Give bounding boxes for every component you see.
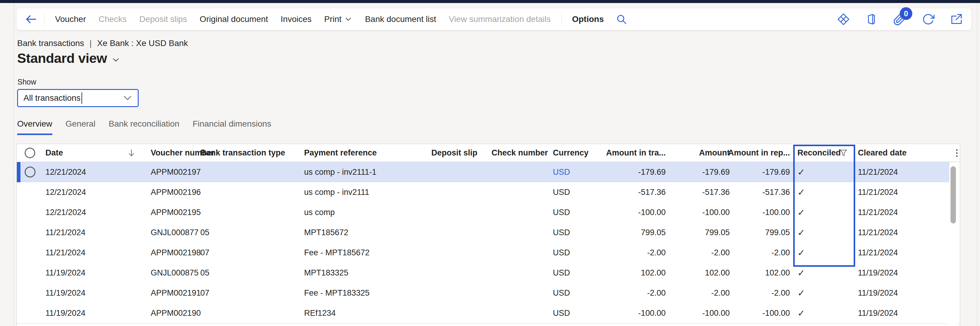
toolbar-button[interactable]: Invoices [274, 14, 318, 24]
column-header-amount-in-reporting[interactable]: Amount in rep... [736, 144, 790, 162]
cell-date[interactable]: 12/21/2024 [45, 202, 121, 223]
cell-cleared-date[interactable]: 11/21/2024 [858, 223, 933, 243]
cell-cleared-date[interactable]: 11/19/2024 [858, 303, 933, 323]
cell-payment-reference[interactable]: us comp - inv2111 [304, 182, 428, 202]
cell-deposit-slip[interactable] [431, 223, 487, 243]
cell-cleared-date[interactable]: 11/19/2024 [858, 263, 933, 283]
cell-amount-in-transaction[interactable]: -100.00 [593, 202, 666, 223]
cell-amount[interactable]: 799.05 [676, 223, 730, 243]
cell-payment-reference[interactable]: MPT183325 [304, 263, 428, 283]
cell-amount[interactable]: -179.69 [676, 162, 730, 182]
row-select-radio[interactable] [25, 167, 35, 177]
toolbar-button[interactable]: Voucher [49, 14, 92, 24]
column-header-date[interactable]: Date [45, 144, 121, 162]
cell-check-number[interactable] [492, 283, 552, 303]
cell-check-number[interactable] [492, 182, 552, 202]
column-header-reconciled[interactable]: Reconciled [797, 144, 837, 162]
cell-reconciled[interactable]: ✓ [797, 263, 837, 283]
cell-check-number[interactable] [492, 243, 552, 263]
table-row[interactable]: 11/19/2024 APPM002191 07 Fee - MPT183325… [17, 283, 951, 303]
column-header-amount[interactable]: Amount [676, 144, 730, 162]
cell-reconciled[interactable]: ✓ [797, 202, 837, 223]
cell-reconciled[interactable]: ✓ [797, 162, 837, 182]
cell-bank-transaction-type[interactable]: 07 [200, 243, 300, 263]
cell-cleared-date[interactable]: 11/21/2024 [858, 182, 933, 202]
search-button[interactable] [616, 13, 627, 25]
cell-check-number[interactable] [492, 223, 552, 243]
cell-amount-in-reporting[interactable]: -100.00 [736, 303, 790, 323]
cell-payment-reference[interactable]: us comp [304, 202, 428, 223]
cell-reconciled[interactable]: ✓ [797, 303, 837, 323]
cell-bank-transaction-type[interactable]: 05 [200, 223, 300, 243]
cell-cleared-date[interactable]: 11/19/2024 [858, 283, 933, 303]
cell-reconciled[interactable]: ✓ [797, 182, 837, 202]
cell-date[interactable]: 12/21/2024 [45, 162, 121, 182]
breadcrumb-record-link[interactable]: Xe Bank : Xe USD Bank [97, 38, 188, 48]
cell-reconciled[interactable]: ✓ [797, 283, 837, 303]
cell-currency[interactable]: USD [553, 283, 592, 303]
cell-amount-in-transaction[interactable]: -517.36 [593, 182, 666, 202]
cell-amount[interactable]: -2.00 [676, 283, 730, 303]
cell-amount-in-transaction[interactable]: -2.00 [593, 243, 666, 263]
vertical-scrollbar-thumb[interactable] [951, 166, 956, 223]
open-in-new-window-button[interactable] [950, 13, 963, 25]
cell-currency[interactable]: USD [553, 182, 592, 202]
cell-amount[interactable]: -2.00 [676, 243, 730, 263]
cell-deposit-slip[interactable] [431, 182, 487, 202]
toolbar-button[interactable]: Original document [193, 14, 274, 24]
cell-amount-in-transaction[interactable]: -179.69 [593, 162, 666, 182]
cell-date[interactable]: 12/21/2024 [45, 182, 121, 202]
cell-voucher-number[interactable]: GNJL000877 [151, 223, 199, 243]
cell-check-number[interactable] [492, 162, 552, 182]
cell-currency[interactable]: USD [553, 243, 592, 263]
cell-date[interactable]: 11/21/2024 [45, 243, 121, 263]
cell-amount-in-transaction[interactable]: 102.00 [593, 263, 666, 283]
cell-currency[interactable]: USD [553, 202, 592, 223]
cell-reconciled[interactable]: ✓ [797, 223, 837, 243]
cell-voucher-number[interactable]: APPM002197 [151, 162, 199, 182]
tab-financial-dimensions[interactable]: Financial dimensions [192, 119, 271, 135]
cell-bank-transaction-type[interactable] [200, 202, 300, 223]
table-row[interactable]: 11/19/2024 GNJL000875 05 MPT183325 USD 1… [17, 263, 951, 283]
table-row[interactable]: 12/21/2024 APPM002195 us comp USD -100.0… [17, 202, 951, 223]
cell-currency[interactable]: USD [553, 263, 592, 283]
cell-check-number[interactable] [492, 303, 552, 323]
cell-payment-reference[interactable]: us comp - inv2111-1 [304, 162, 428, 182]
cell-amount[interactable]: 102.00 [676, 263, 730, 283]
cell-voucher-number[interactable]: APPM002196 [151, 182, 199, 202]
column-header-cleared-date[interactable]: Cleared date [858, 144, 933, 162]
tab-overview[interactable]: Overview [17, 119, 52, 135]
attachments-button[interactable]: 0 [893, 13, 906, 26]
cell-amount[interactable]: -100.00 [676, 202, 730, 223]
dynamics-apps-button[interactable] [837, 13, 850, 25]
cell-date[interactable]: 11/19/2024 [45, 303, 121, 323]
cell-deposit-slip[interactable] [431, 162, 487, 182]
cell-cleared-date[interactable]: 11/21/2024 [858, 243, 933, 263]
cell-deposit-slip[interactable] [431, 303, 487, 323]
cell-payment-reference[interactable]: REf1234 [304, 303, 428, 323]
cell-amount-in-reporting[interactable]: 102.00 [736, 263, 790, 283]
cell-amount-in-reporting[interactable]: -2.00 [736, 283, 790, 303]
table-row[interactable]: 11/19/2024 APPM002190 REf1234 USD -100.0… [17, 303, 951, 323]
cell-bank-transaction-type[interactable] [200, 162, 300, 182]
cell-bank-transaction-type[interactable] [200, 182, 300, 202]
view-switcher[interactable]: Standard view [17, 51, 120, 66]
cell-check-number[interactable] [492, 263, 552, 283]
cell-date[interactable]: 11/21/2024 [45, 223, 121, 243]
cell-date[interactable]: 11/19/2024 [45, 263, 121, 283]
cell-amount-in-transaction[interactable]: 799.05 [593, 223, 666, 243]
cell-amount-in-reporting[interactable]: -517.36 [736, 182, 790, 202]
cell-check-number[interactable] [492, 202, 552, 223]
show-transactions-combobox[interactable]: All transactions [17, 89, 138, 107]
cell-payment-reference[interactable]: Fee - MPT183325 [304, 283, 428, 303]
cell-amount-in-reporting[interactable]: 799.05 [736, 223, 790, 243]
column-header-bank-transaction-type[interactable]: Bank transaction type [200, 144, 300, 162]
cell-voucher-number[interactable]: APPM002195 [151, 202, 199, 223]
table-row[interactable]: 11/21/2024 GNJL000877 05 MPT185672 USD 7… [17, 223, 951, 243]
cell-amount-in-transaction[interactable]: -2.00 [593, 283, 666, 303]
column-header-check-number[interactable]: Check number [492, 144, 552, 162]
cell-deposit-slip[interactable] [431, 202, 487, 223]
table-row[interactable]: 11/21/2024 APPM002198 07 Fee - MPT185672… [17, 243, 951, 263]
cell-cleared-date[interactable]: 11/21/2024 [858, 202, 933, 223]
column-header-deposit-slip[interactable]: Deposit slip [431, 144, 487, 162]
